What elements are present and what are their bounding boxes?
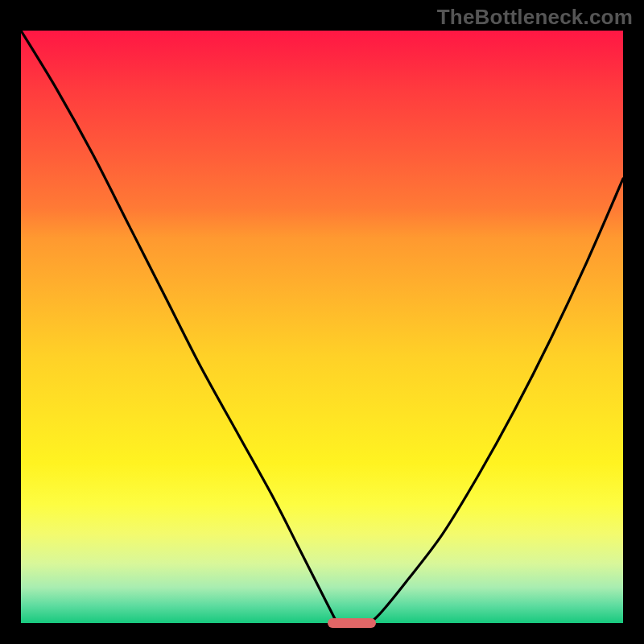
plot-area — [21, 31, 623, 623]
bottleneck-marker — [328, 618, 376, 628]
curve-layer — [21, 31, 623, 623]
attribution-label: TheBottleneck.com — [437, 5, 633, 30]
curve-right-branch — [370, 179, 623, 623]
chart-frame: TheBottleneck.com — [0, 0, 644, 644]
curve-left-branch — [21, 31, 337, 623]
